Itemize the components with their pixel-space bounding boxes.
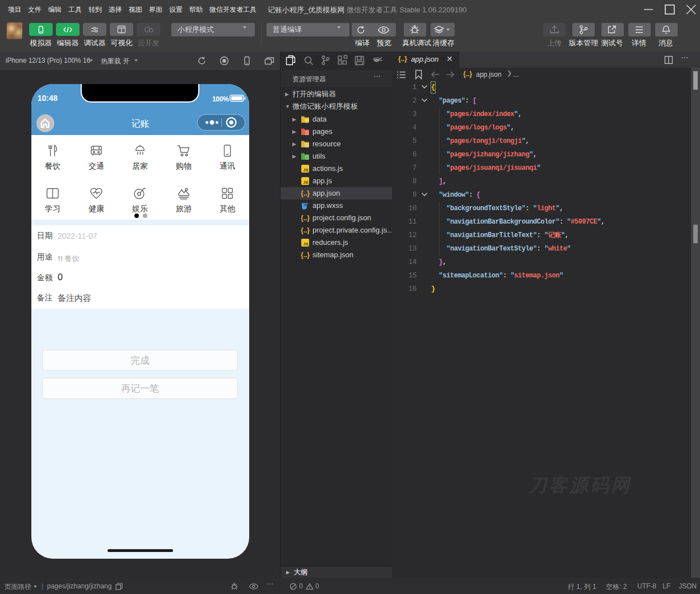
svg-text:JS: JS — [303, 180, 308, 185]
svg-text:JS: JS — [303, 168, 308, 173]
svg-text:JS: JS — [303, 242, 308, 247]
